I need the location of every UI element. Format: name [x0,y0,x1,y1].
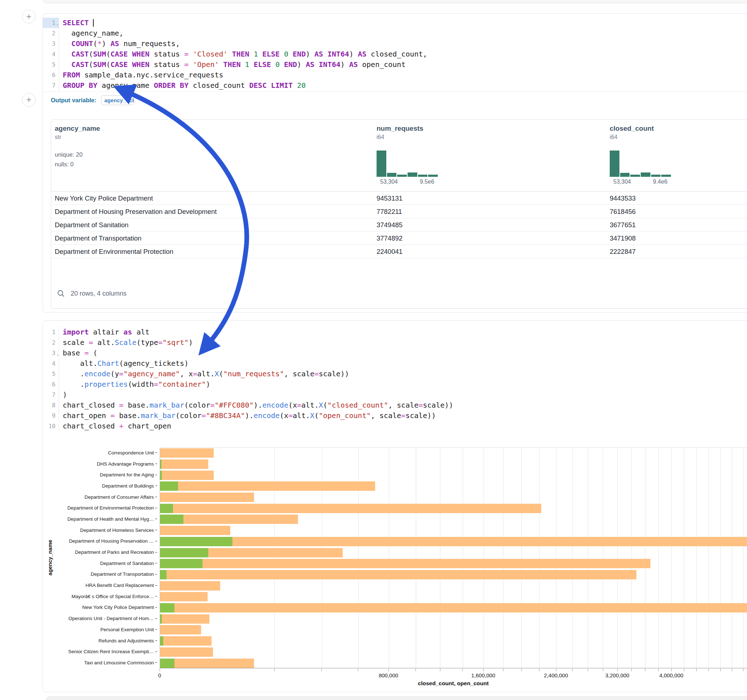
fold-caret-icon[interactable]: ⌄ [56,19,59,29]
add-cell-button[interactable]: + [22,93,36,107]
code-token: Chart [97,359,119,368]
table-row[interactable]: New York City Police Department945313194… [51,192,747,205]
next-cell-edge [46,696,747,700]
code-token: ( [106,50,110,58]
code-token: ) [305,50,314,58]
code-token: "num_requests" [224,370,284,378]
code-token: scale)) [405,411,435,420]
code-token: mark_bar [150,401,184,409]
code-token: 0 [275,60,280,69]
table-cell: New York City Police Department [55,192,153,205]
code-token: (type [136,338,158,347]
previous-cell-edge [43,0,747,3]
code-line[interactable]: 6FROM sample_data.nyc.service_requests [43,70,747,80]
table-row[interactable]: Department of Housing Preservation and D… [51,205,747,218]
code-token: X [319,401,323,409]
code-token: (y [110,370,119,378]
table-row-count: 20 rows, 4 columns [71,290,127,297]
code-line[interactable]: 8chart_closed = base.mark_bar(color="#FF… [43,400,747,410]
code-token: = [119,401,124,409]
code-token: , scale [388,401,418,409]
line-number-text: 9 [52,412,56,419]
output-variable-pill[interactable]: agency_tickets [101,95,134,105]
line-number-text: 5 [52,61,56,68]
column-header: closed_counti6453,3049.4e6 [610,125,680,186]
table-cell: 7782211 [377,205,402,218]
column-histogram [377,151,438,177]
histogram-bar [428,175,438,177]
code-line[interactable]: 3⌄base = ( [43,348,747,358]
line-number-text: 10 [48,423,56,430]
code-line[interactable]: 1⌄SELECT [43,18,747,28]
fold-caret-icon[interactable]: ⌄ [56,349,59,359]
python-code-editor[interactable]: 1import altair as alt2scale = alt.Scale(… [43,327,747,431]
code-token [267,81,271,90]
code-token: "agency_name" [124,370,180,378]
code-line[interactable]: 6 .properties(width="container") [43,379,747,389]
code-token: alt. [93,338,115,347]
code-line[interactable]: 3 COUNT(*) AS num_requests, [43,39,747,49]
code-token: = [89,338,93,347]
code-line[interactable]: 4 CAST(SUM(CASE WHEN status = 'Closed' T… [43,49,747,59]
code-token: "open_count" [319,411,371,420]
line-number: 1⌄ [43,18,59,28]
code-text: ) [59,389,67,400]
code-line[interactable]: 10chart_closed + chart_open [43,421,747,431]
sql-code-editor[interactable]: 1⌄SELECT 2 agency_name,3 COUNT(*) AS num… [43,18,747,91]
code-token: = [193,370,197,378]
code-token: 'Closed' [193,50,227,58]
table-body: New York City Police Department945313194… [51,192,747,258]
add-cell-button[interactable]: + [22,10,36,23]
histogram-bar [661,175,671,177]
code-text: chart_closed + chart_open [59,421,171,431]
code-token: AS [315,50,323,58]
code-line[interactable]: 9chart_open = base.mark_bar(color="#8BC3… [43,410,747,421]
code-text: CAST(SUM(CASE WHEN status = 'Open' THEN … [59,59,405,70]
table-row[interactable]: Department of Environmental Protection22… [51,245,747,258]
code-token: (width [128,380,154,389]
code-token: chart_open [124,422,171,430]
code-line[interactable]: 7) [43,389,747,400]
code-token: base. [124,401,150,409]
histogram-bar [620,173,630,177]
code-line[interactable]: 4 alt.Chart(agency_tickets) [43,358,747,369]
line-number-text: 6 [52,72,56,78]
code-token: = [158,338,163,347]
line-number: 1 [43,327,59,337]
code-token: base. [115,411,141,420]
code-line[interactable]: 5 .encode(y="agency_name", x=alt.X("num_… [43,369,747,379]
histogram-max-label: 9.5e6 [420,179,434,185]
code-token: ) [340,60,349,69]
code-text: SELECT [59,18,94,28]
table-header: agency_namestrunique: 20nulls: 0num_requ… [51,119,747,192]
code-token: altair [89,328,123,336]
table-row[interactable]: Department of Sanitation37494853677651 [51,218,747,232]
code-text: chart_open = base.mark_bar(color="#8BC34… [59,410,436,421]
line-number-text: 3 [52,350,56,356]
code-line[interactable]: 5 CAST(SUM(CASE WHEN status = 'Open' THE… [43,59,747,70]
code-token: = [288,411,293,420]
code-line[interactable]: 7GROUP BY agency_name ORDER BY closed_co… [43,80,747,91]
code-line[interactable]: 2 agency_name, [43,28,747,39]
code-token: chart_closed [63,401,119,409]
table-cell: 3471908 [610,232,636,245]
code-token: alt. [197,370,215,378]
code-line[interactable]: 1import altair as alt [43,327,747,337]
histogram-max-label: 9.4e6 [653,179,667,185]
code-token: "#FFC080" [215,401,253,409]
code-token [315,60,319,69]
code-token: ) [101,39,110,48]
code-text: alt.Chart(agency_tickets) [59,358,189,369]
code-line[interactable]: 2scale = alt.Scale(type="sqrt") [43,337,747,348]
search-icon[interactable] [57,290,65,297]
code-token: CASE [110,60,127,69]
code-token: END [293,50,305,58]
column-header: num_requestsi6453,3049.5e6 [377,125,447,186]
column-header: agency_namestrunique: 20nulls: 0 [55,125,100,169]
code-token: properties [84,380,127,389]
code-token: = [154,380,158,389]
code-token: encode [262,401,288,409]
table-row[interactable]: Department of Transportation377489234719… [51,232,747,245]
table-cell: 2240041 [377,245,402,258]
column-histogram [610,151,671,177]
